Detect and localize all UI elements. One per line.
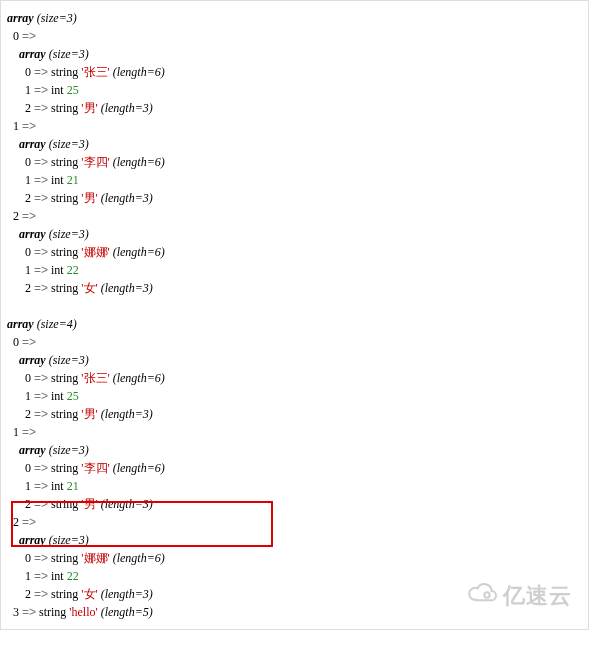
svg-point-0: [484, 592, 489, 597]
watermark-text: 亿速云: [503, 581, 572, 611]
watermark: 亿速云: [467, 581, 572, 611]
highlight-box: [11, 501, 273, 547]
page-root: array (size=3) 0 => array (size=3) 0 => …: [0, 0, 589, 630]
cloud-icon: [467, 581, 499, 611]
